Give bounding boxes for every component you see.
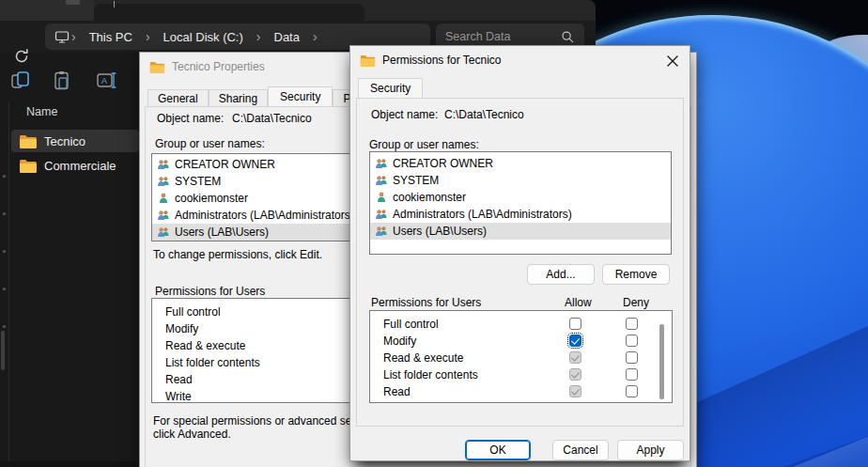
tab-general[interactable]: General xyxy=(147,89,209,106)
group-user-list[interactable]: CREATOR OWNER SYSTEM cookiemonster Admin… xyxy=(369,151,672,255)
allow-checkbox[interactable] xyxy=(569,385,581,397)
permissions-dialog-titlebar[interactable]: Permissions for Tecnico xyxy=(350,46,690,74)
chevron-right-icon: › xyxy=(311,29,319,44)
permission-row: Read & execute xyxy=(370,350,672,366)
list-item[interactable]: Administrators (LAB\Administrators) xyxy=(370,206,671,223)
list-item-selected[interactable]: Users (LAB\Users) xyxy=(370,223,671,240)
permission-row: List folder contents xyxy=(370,366,672,383)
ok-button[interactable]: OK xyxy=(465,440,531,460)
permission-label: List folder contents xyxy=(383,366,478,383)
chevron-right-icon: › xyxy=(70,29,78,44)
tab-security[interactable]: Security xyxy=(268,86,333,106)
permission-label: Full control xyxy=(383,316,439,333)
list-item-label: SYSTEM xyxy=(175,175,221,188)
list-item-label: Users (LAB\Users) xyxy=(175,226,269,239)
allow-checkbox[interactable] xyxy=(569,335,581,347)
allow-checkbox[interactable] xyxy=(569,402,581,403)
advanced-hint-line1: For special permissions or advanced sett… xyxy=(153,415,381,428)
folder-icon xyxy=(19,134,37,148)
tab-sharing[interactable]: Sharing xyxy=(209,89,268,106)
list-item-label: CREATOR OWNER xyxy=(393,157,493,170)
permission-label: List folder contents xyxy=(165,354,260,371)
breadcrumb-this-pc[interactable]: This PC xyxy=(78,30,144,44)
permission-label: Read & execute xyxy=(165,337,245,354)
deny-column-header: Deny xyxy=(623,296,649,309)
group-icon xyxy=(375,157,388,170)
deny-checkbox[interactable] xyxy=(626,318,638,330)
explorer-tab-bar xyxy=(0,0,596,21)
list-item-label: Users (LAB\Users) xyxy=(393,225,487,238)
allow-checkbox[interactable] xyxy=(569,351,581,364)
allow-column-header: Allow xyxy=(565,296,592,309)
chevron-right-icon: › xyxy=(144,29,152,44)
add-button[interactable]: Add... xyxy=(527,264,595,285)
group-list-label: Group or user names: xyxy=(369,138,479,151)
scrollbar-thumb[interactable] xyxy=(1,331,5,370)
deny-checkbox[interactable] xyxy=(626,351,638,364)
explorer-active-tab[interactable] xyxy=(94,4,364,21)
permissions-label: Permissions for Users xyxy=(155,285,265,298)
tab-folder-icon xyxy=(66,0,80,5)
file-name: Tecnico xyxy=(44,134,85,148)
deny-checkbox[interactable] xyxy=(626,385,638,397)
permissions-dialog: Permissions for Tecnico Security Object … xyxy=(349,45,690,461)
object-name-label: Object name: xyxy=(157,112,224,125)
list-item-label: cookiemonster xyxy=(175,192,248,205)
list-item-label: cookiemonster xyxy=(393,191,466,204)
search-icon xyxy=(561,30,575,44)
list-item[interactable]: CREATOR OWNER xyxy=(370,155,671,172)
folder-icon xyxy=(360,54,375,67)
breadcrumb-data[interactable]: Data xyxy=(263,30,311,44)
permission-label: Write xyxy=(383,400,410,403)
tab-bar-left-area xyxy=(0,0,94,21)
group-icon xyxy=(157,226,170,239)
group-icon xyxy=(157,158,170,171)
allow-checkbox[interactable] xyxy=(569,318,581,330)
object-name-label: Object name: xyxy=(371,108,438,121)
rename-icon[interactable]: A xyxy=(97,70,117,91)
list-item-label: Administrators (LAB\Administrators) xyxy=(175,209,354,222)
list-item[interactable]: cookiemonster xyxy=(370,189,671,206)
column-header-name[interactable]: Name xyxy=(26,105,57,118)
deny-checkbox[interactable] xyxy=(626,335,638,347)
copy-icon[interactable] xyxy=(11,70,32,91)
permission-label: Modify xyxy=(165,320,198,337)
permission-row: Read xyxy=(370,383,672,400)
cancel-button[interactable]: Cancel xyxy=(552,440,609,460)
allow-checkbox[interactable] xyxy=(569,368,581,381)
list-item[interactable]: SYSTEM xyxy=(370,172,671,189)
tab-security[interactable]: Security xyxy=(358,78,423,98)
permission-label: Modify xyxy=(383,333,416,350)
search-input[interactable] xyxy=(445,30,549,43)
file-row-commerciale[interactable]: Commerciale xyxy=(11,154,139,177)
list-item-label: SYSTEM xyxy=(393,174,439,187)
remove-button[interactable]: Remove xyxy=(602,264,670,285)
tab-caret xyxy=(114,1,115,8)
permissions-checkbox-list[interactable]: Full control Modify Read & execute List … xyxy=(369,310,673,403)
scrollbar-thumb[interactable] xyxy=(659,324,664,399)
svg-text:A: A xyxy=(101,76,107,86)
permission-label: Read & execute xyxy=(383,350,463,366)
dialog-title: Permissions for Tecnico xyxy=(382,54,502,67)
folder-icon xyxy=(19,159,37,173)
permission-row: Write xyxy=(370,400,672,403)
apply-button[interactable]: Apply xyxy=(617,440,684,460)
permissions-tabs: Security xyxy=(358,82,423,98)
chevron-right-icon: › xyxy=(255,29,263,44)
file-name: Commerciale xyxy=(44,159,116,173)
close-icon[interactable] xyxy=(665,54,680,69)
dialog-title: Tecnico Properties xyxy=(172,60,265,73)
refresh-icon[interactable] xyxy=(12,47,31,66)
edit-hint: To change permissions, click Edit. xyxy=(153,248,322,261)
monitor-icon xyxy=(54,29,70,44)
permissions-label: Permissions for Users xyxy=(371,296,481,309)
paste-icon[interactable] xyxy=(52,70,72,91)
group-icon xyxy=(375,225,388,238)
permission-row: Full control xyxy=(370,316,672,333)
breadcrumb-local-disk[interactable]: Local Disk (C:) xyxy=(152,30,255,44)
permission-label: Read xyxy=(383,383,411,400)
deny-checkbox[interactable] xyxy=(626,402,638,403)
deny-checkbox[interactable] xyxy=(626,368,638,381)
user-icon xyxy=(375,191,388,204)
file-row-tecnico[interactable]: Tecnico xyxy=(11,130,139,152)
